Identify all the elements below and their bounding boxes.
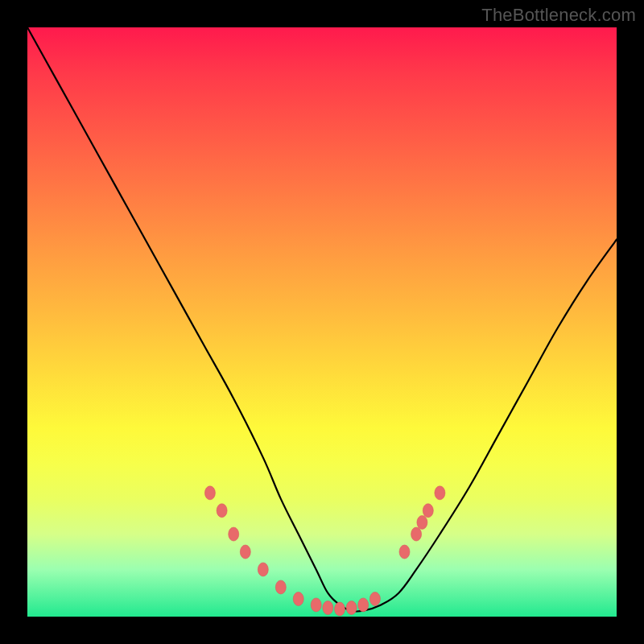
- curve-marker: [323, 601, 333, 615]
- curve-marker: [229, 527, 239, 541]
- curve-marker: [435, 486, 445, 500]
- curve-layer: [27, 27, 617, 617]
- marker-group: [204, 486, 445, 616]
- curve-marker: [358, 598, 369, 612]
- bottleneck-curve: [27, 27, 617, 612]
- curve-marker: [275, 580, 286, 594]
- curve-marker: [240, 545, 250, 559]
- curve-marker: [399, 545, 410, 559]
- plot-area: [27, 27, 617, 617]
- curve-marker: [217, 504, 227, 518]
- curve-marker: [293, 592, 303, 606]
- curve-marker: [335, 602, 345, 616]
- curve-marker: [417, 515, 427, 529]
- chart-stage: TheBottleneck.com: [0, 0, 644, 644]
- curve-marker: [369, 592, 380, 606]
- curve-marker: [204, 486, 215, 500]
- curve-marker: [258, 563, 268, 576]
- curve-marker: [411, 527, 422, 541]
- curve-marker: [346, 601, 357, 615]
- watermark-text: TheBottleneck.com: [481, 5, 636, 26]
- curve-marker: [423, 504, 433, 518]
- curve-marker: [311, 598, 321, 612]
